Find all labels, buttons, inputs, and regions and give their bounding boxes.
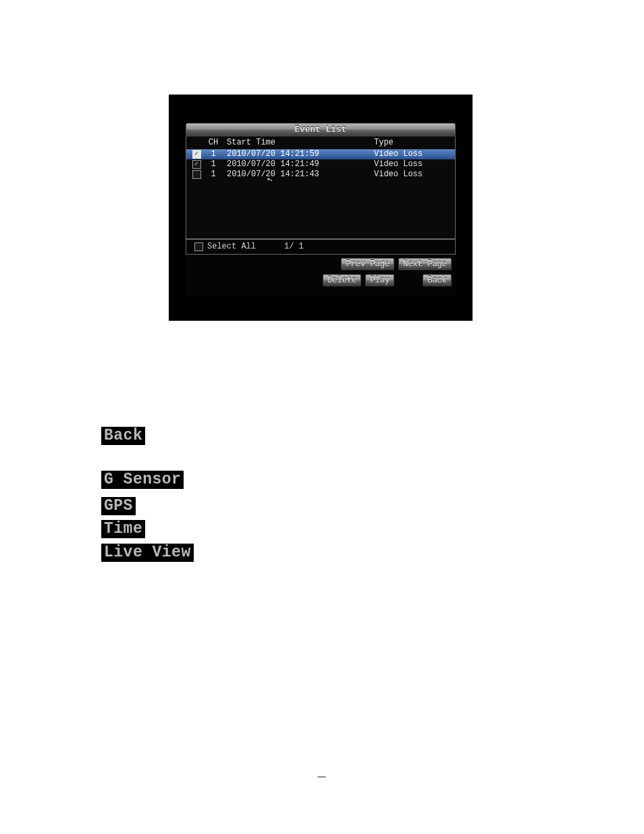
label-back[interactable]: Back [101, 427, 145, 445]
row-type: Video Loss [371, 170, 452, 180]
event-list-dialog: Event List CH Start Time Type ✓ 1 2010/0… [186, 123, 456, 297]
event-list-screen: Event List CH Start Time Type ✓ 1 2010/0… [169, 95, 473, 321]
label-live-view[interactable]: Live View [101, 544, 194, 562]
select-all-label: Select All [207, 242, 256, 251]
table-row[interactable]: ✓ 1 2010/07/20 14:21:59 Video Loss [186, 149, 455, 159]
row-start: 2010/07/20 14:21:59 [223, 149, 371, 159]
prev-page-button[interactable]: Prev Page [341, 258, 394, 270]
col-type: Type [371, 138, 452, 148]
page-root: { "dialog": { "title": "Event List", "co… [0, 0, 644, 834]
row-checkbox[interactable] [192, 170, 201, 179]
back-button[interactable]: Back [423, 274, 452, 286]
row-checkbox[interactable]: ✓ [192, 160, 201, 169]
label-gps[interactable]: GPS [101, 497, 136, 515]
row-type: Video Loss [371, 159, 452, 170]
table-row[interactable]: 1 2010/07/20 14:21:43 Video Loss [186, 170, 455, 180]
col-start-time: Start Time [223, 138, 371, 148]
row-ch: 1 [204, 170, 223, 180]
delete-button[interactable]: Delete [323, 274, 361, 286]
select-all-row: Select All 1/ 1 [186, 239, 456, 255]
next-page-button[interactable]: Next Page [398, 258, 452, 270]
table-row[interactable]: ✓ 1 2010/07/20 14:21:49 Video Loss [186, 159, 455, 170]
row-start: 2010/07/20 14:21:49 [223, 159, 371, 170]
pager-row: Prev Page Next Page [186, 255, 456, 270]
row-ch: 1 [204, 149, 223, 159]
event-table: CH Start Time Type ✓ 1 2010/07/20 14:21:… [186, 136, 456, 239]
row-checkbox[interactable]: ✓ [192, 150, 201, 159]
dialog-title: Event List [186, 123, 456, 136]
row-type: Video Loss [371, 149, 452, 159]
col-check [189, 138, 204, 148]
row-start: 2010/07/20 14:21:43 [223, 170, 371, 180]
label-g-sensor[interactable]: G Sensor [101, 471, 184, 489]
page-indicator: 1/ 1 [284, 242, 304, 251]
row-ch: 1 [204, 159, 223, 170]
action-row: Delete Play Back [186, 270, 456, 286]
play-button[interactable]: Play [365, 274, 394, 286]
select-all-checkbox[interactable] [194, 242, 203, 251]
page-number: — [0, 772, 644, 781]
table-body: ✓ 1 2010/07/20 14:21:59 Video Loss ✓ 1 2… [186, 149, 455, 238]
label-time[interactable]: Time [101, 520, 145, 538]
col-ch: CH [204, 138, 223, 148]
table-header: CH Start Time Type [186, 136, 455, 149]
